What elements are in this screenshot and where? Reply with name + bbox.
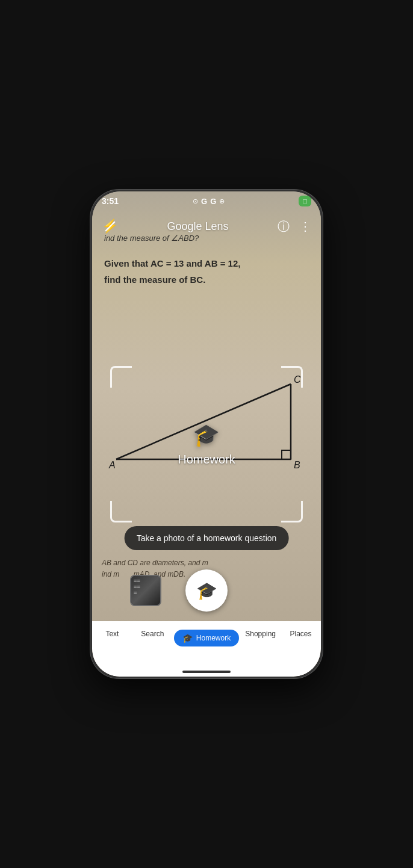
toolbar-title: Google Lens bbox=[167, 220, 228, 233]
triangle-diagram: A B C bbox=[92, 348, 321, 480]
google-text: Google bbox=[167, 220, 202, 232]
flash-icon[interactable]: ⚡ bbox=[102, 219, 118, 234]
bottom-tabs: Text Search 🎓 Homework Shopping Places bbox=[92, 621, 321, 677]
svg-text:B: B bbox=[294, 460, 300, 470]
tab-places[interactable]: Places bbox=[281, 627, 321, 640]
shutter-spacer bbox=[252, 575, 283, 606]
tab-shopping-label: Shopping bbox=[245, 630, 276, 638]
g-icon-1: G bbox=[201, 197, 207, 206]
status-bar: 3:51 ⊙ G G ⊕ □ bbox=[92, 191, 321, 211]
svg-text:A: A bbox=[108, 460, 116, 470]
shutter-button[interactable]: 🎓 bbox=[185, 569, 228, 612]
status-icons: ⊙ G G ⊕ bbox=[193, 197, 225, 206]
status-time: 3:51 bbox=[102, 196, 119, 206]
recent-photo-thumbnail[interactable]: ≡≡≡≡≡ bbox=[130, 575, 161, 606]
thumbnail-image: ≡≡≡≡≡ bbox=[131, 576, 160, 605]
tab-text-label: Text bbox=[105, 630, 119, 638]
math-line-2: Given that AC = 13 and AB = 12, bbox=[104, 257, 309, 271]
svg-text:C: C bbox=[294, 374, 301, 385]
hint-bubble: Take a photo of a homework question bbox=[125, 526, 289, 550]
battery-badge: □ bbox=[299, 196, 311, 206]
toolbar: ⚡ Google Lens ⓘ ⋮ bbox=[92, 211, 321, 242]
svg-line-2 bbox=[116, 384, 291, 459]
phone-screen: ind the measure of ∠ABD? Given that AC =… bbox=[92, 191, 321, 677]
thumbnail-text: ≡≡≡≡≡ bbox=[134, 578, 140, 597]
shutter-area: ≡≡≡≡≡ 🎓 bbox=[92, 569, 321, 612]
g-icon-2: G bbox=[210, 197, 216, 206]
screen-record-icon: ⊙ bbox=[193, 197, 198, 205]
tab-shopping[interactable]: Shopping bbox=[240, 627, 281, 640]
tab-search-label: Search bbox=[141, 630, 164, 638]
home-indicator bbox=[182, 671, 231, 673]
math-bottom-line-1: AB and CD are diameters, and m bbox=[102, 557, 311, 569]
tab-places-label: Places bbox=[290, 630, 312, 638]
phone-frame: ind the measure of ∠ABD? Given that AC =… bbox=[90, 190, 323, 678]
hint-text: Take a photo of a homework question bbox=[137, 533, 277, 543]
math-line-3: find the measure of BC. bbox=[104, 273, 309, 287]
tab-homework[interactable]: 🎓 Homework bbox=[173, 627, 240, 649]
tab-search[interactable]: Search bbox=[132, 627, 173, 640]
toolbar-right-icons: ⓘ ⋮ bbox=[278, 219, 311, 235]
tab-homework-label: Homework bbox=[196, 634, 231, 642]
shutter-homework-icon: 🎓 bbox=[196, 581, 217, 601]
battery-icon: □ bbox=[303, 197, 307, 205]
lens-text: Lens bbox=[205, 220, 229, 232]
tab-homework-pill: 🎓 Homework bbox=[174, 630, 239, 646]
svg-rect-3 bbox=[282, 450, 291, 459]
ball-icon: ⊕ bbox=[219, 197, 225, 205]
tab-homework-icon: 🎓 bbox=[182, 633, 193, 643]
info-icon[interactable]: ⓘ bbox=[278, 219, 290, 235]
status-right: □ bbox=[299, 196, 311, 206]
tab-text[interactable]: Text bbox=[92, 627, 132, 640]
more-icon[interactable]: ⋮ bbox=[299, 219, 311, 234]
